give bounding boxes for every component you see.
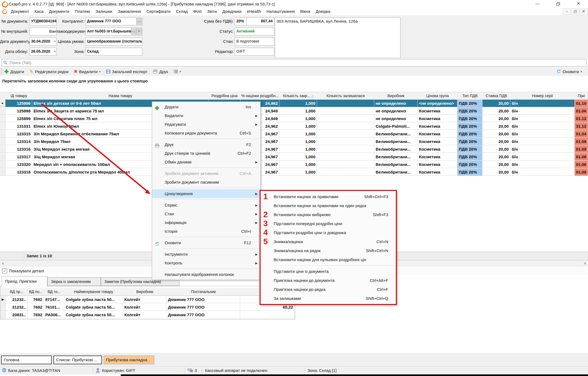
- browse-icon[interactable]: [131, 28, 137, 35]
- tab-incoming-bindings[interactable]: Прихід. Прив'язки: [2, 276, 47, 287]
- column-header-vat[interactable]: Тип ПДВ: [457, 92, 483, 100]
- column-header-ind[interactable]: [0, 92, 6, 100]
- refresh-button[interactable]: Оновити: [556, 67, 582, 76]
- browse-icon[interactable]: [136, 18, 142, 25]
- context-menu-item-Сервіс[interactable]: Сервіс: [152, 201, 260, 210]
- context-menu-item-Додати[interactable]: ДодатиIns: [152, 103, 260, 111]
- detail-column-header-6[interactable]: Постачальник: [167, 288, 240, 296]
- table-row[interactable]: 125899Elmex з/п Сенситив плюс 75 мл24,94…: [0, 115, 588, 123]
- window-tab-invoice[interactable]: Прибуткова накладна .: [104, 356, 154, 364]
- mdi-close-button[interactable]: ✕: [580, 8, 588, 15]
- submenu-item-Прив'язка націнки до рядка[interactable]: Прив'язка націнки до рядкаCtrl+F: [261, 285, 396, 294]
- chevron-down-icon[interactable]: [140, 38, 141, 45]
- column-header-id[interactable]: ІД товару: [5, 92, 32, 100]
- detail-column-header-4[interactable]: Найменування товару: [64, 288, 123, 296]
- column-header-pct[interactable]: % націнки роздрібн...: [240, 92, 280, 100]
- table-row[interactable]: 123320Меридол з/п + ополаскиватель 100мл…: [0, 161, 588, 168]
- column-header-serial[interactable]: Номер серії: [510, 92, 575, 100]
- context-menu-item-Налаштувати відображення колонок[interactable]: Налаштувати відображення колонок: [152, 270, 260, 279]
- window-tab-list[interactable]: Список: Прибуткові ...: [53, 356, 102, 364]
- context-menu-item-Друк стікерів та цінників[interactable]: Друк стікерів та цінниківCtrl+F2: [152, 149, 260, 158]
- menu-item-Філії[interactable]: Філії: [191, 8, 204, 15]
- layout-button[interactable]: [174, 70, 181, 73]
- toolbar-grip[interactable]: [1, 68, 2, 75]
- submenu-item-Підставити ціни із документа[interactable]: Підставити ціни із документа: [261, 267, 396, 276]
- column-header-name[interactable]: Назва товару: [32, 92, 209, 100]
- column-header-group[interactable]: Цінова група: [418, 92, 458, 100]
- detail-table-row[interactable]: 21232..769276101...Colgate зубна паста 5…: [0, 303, 295, 311]
- menu-item-Налаштування[interactable]: Налаштування: [264, 8, 298, 15]
- detail-column-header-0[interactable]: [0, 288, 6, 296]
- context-menu-item-Історія[interactable]: ІсторіяCtrl+I: [152, 227, 260, 236]
- add-button[interactable]: Додати: [4, 69, 24, 74]
- menu-item-eHealth[interactable]: eHealth: [244, 8, 264, 15]
- delete-button[interactable]: ✖ Видалити: [74, 69, 100, 74]
- context-menu-item-Обмін даними[interactable]: Обмін даними: [152, 158, 260, 166]
- search-input[interactable]: Поиск (Tab): [2, 59, 586, 67]
- submenu-item-Знижка/націнка[interactable]: Знижка/націнкаCtrl+N: [261, 237, 396, 246]
- submenu-item-Підставити роздрібні ціни із довідника[interactable]: Підставити роздрібні ціни із довідника: [261, 228, 396, 237]
- table-row[interactable]: 123316З/щ Меридол экстра мягкая24,9671,0…: [0, 145, 588, 153]
- clear-icon[interactable]: [136, 28, 142, 35]
- detail-table-row[interactable]: 21232..769287147...Colgate зубна паста 5…: [0, 296, 295, 303]
- table-row[interactable]: 125896Elmex з/п детская от 0-6 лет 50мл2…: [0, 100, 588, 107]
- restore-button[interactable]: [553, 1, 563, 7]
- context-menu-item-Друк[interactable]: ДрукF2: [152, 140, 260, 149]
- column-header-remain[interactable]: Кількість залишилася: [317, 92, 375, 100]
- detail-column-header-5[interactable]: Виробник: [123, 288, 167, 296]
- menu-item-Звіти[interactable]: Звіти: [204, 8, 220, 15]
- context-menu-item-Редагувати[interactable]: Редагувати: [152, 120, 260, 129]
- context-menu-item-Копіювати рядок документа[interactable]: Копіювати рядок документаCtrl+S: [152, 129, 260, 138]
- submenu-item-Встановити націнки вибірково[interactable]: Встановити націнки вибірковоShift+F3: [261, 210, 396, 219]
- context-menu-item-Інформація[interactable]: Інформація: [152, 218, 260, 227]
- table-row[interactable]: 131031Elmex з/п Юниор 50мл24,9621,000Col…: [0, 123, 588, 130]
- mdi-restore-button[interactable]: [571, 8, 579, 15]
- consignee-input[interactable]: Апт №003 пгт.Барышевка, ул.К: [85, 28, 142, 35]
- context-menu-item-Інструменти[interactable]: Інструменти: [152, 250, 260, 259]
- export-button[interactable]: Загальний експорт: [106, 69, 148, 74]
- menu-item-Каса[interactable]: Каса: [32, 8, 46, 15]
- scroll-left-icon[interactable]: ‹: [1, 260, 5, 266]
- scroll-right-icon[interactable]: ›: [583, 260, 587, 266]
- detail-column-header-1[interactable]: ВД пр...: [6, 288, 28, 296]
- menu-item-Вікна[interactable]: Вікна: [297, 8, 313, 15]
- context-menu-item-Ціноутворення[interactable]: Ціноутворення: [152, 189, 260, 198]
- table-row[interactable]: 123317З/щ Меридол мягкая24,9671,000Велик…: [0, 153, 588, 161]
- menu-item-Сертифікати[interactable]: Сертифікати: [144, 8, 173, 15]
- submenu-item-Знижка/націнка на рядок[interactable]: Знижка/націнка на рядокShift+Ctrl+N: [261, 246, 396, 255]
- submenu-item-Підставити попередні роздрібні ціни[interactable]: Підставити попередні роздрібні ціни: [261, 219, 396, 228]
- show-details-checkbox[interactable]: [2, 268, 7, 273]
- submenu-item-Встановити націнки за правилами[interactable]: Встановити націнки за правиламиShift+Ctr…: [261, 192, 396, 201]
- edit-row-button[interactable]: ✎ Редагувати рядок: [29, 69, 68, 74]
- sum-no-vat-input[interactable]: 807,44: [246, 17, 274, 25]
- menu-item-Склад[interactable]: Склад: [173, 8, 190, 15]
- submenu-item-За залишками[interactable]: За залишкамиShift+Ctrl+Q: [261, 294, 396, 303]
- table-row[interactable]: 123315З/п Меридол Бережное отбеливание 7…: [0, 130, 588, 138]
- column-header-maker[interactable]: Виробник: [374, 92, 418, 100]
- context-menu-item-Оновити[interactable]: ОновитиF12: [152, 238, 260, 247]
- column-header-price[interactable]: Роздрібна ціна: [209, 92, 241, 100]
- menu-item-Довідка[interactable]: Довідка: [313, 8, 333, 15]
- menu-item-Платежі[interactable]: Платежі: [72, 8, 93, 15]
- print-button[interactable]: Друк: [153, 69, 168, 74]
- contractor-input[interactable]: Доминик 777 ООО: [85, 17, 142, 25]
- column-header-qty[interactable]: Кількість закр...△: [279, 92, 317, 100]
- window-tab-home[interactable]: Головна: [1, 356, 52, 364]
- detail-table-row[interactable]: 20831..7692PA006...Colgate зубна паста 5…: [0, 311, 295, 319]
- menu-item-Замовлення[interactable]: Замовлення: [115, 8, 144, 15]
- context-menu-item-Видалити[interactable]: Видалити: [152, 111, 260, 120]
- table-row[interactable]: 123318Ополаскиватель д/полости рта Мерид…: [0, 168, 588, 176]
- mdi-minimize-button[interactable]: –: [563, 8, 571, 15]
- submenu-item-Прив'язка націнки до документа[interactable]: Прив'язка націнки до документаCtrl+Alt+F: [261, 276, 396, 285]
- tab-order-check[interactable]: Звірка із замовленням: [47, 277, 101, 286]
- detail-column-header-3[interactable]: ВД то...: [44, 288, 65, 296]
- table-row[interactable]: 123314З/п Меридол 75мл24,9671,000Великоб…: [0, 138, 588, 145]
- table-row[interactable]: 125898Elmex з/п Защита от кариеса 75 мл2…: [0, 107, 588, 115]
- price-condition-select[interactable]: Ценообразование (госпиталь): [85, 38, 142, 46]
- close-button[interactable]: ✕: [574, 1, 583, 7]
- minimize-button[interactable]: —: [533, 1, 542, 7]
- context-menu-item-Зробити документ пасивним[interactable]: Зробити документ пасивним: [152, 178, 260, 187]
- submenu-item-Встановити націнки для нульових роздрібних цін[interactable]: Встановити націнки для нульових роздрібн…: [261, 255, 396, 264]
- menu-item-Документ[interactable]: Документ: [8, 8, 32, 15]
- context-menu-item-Контроль[interactable]: Контроль: [152, 259, 260, 267]
